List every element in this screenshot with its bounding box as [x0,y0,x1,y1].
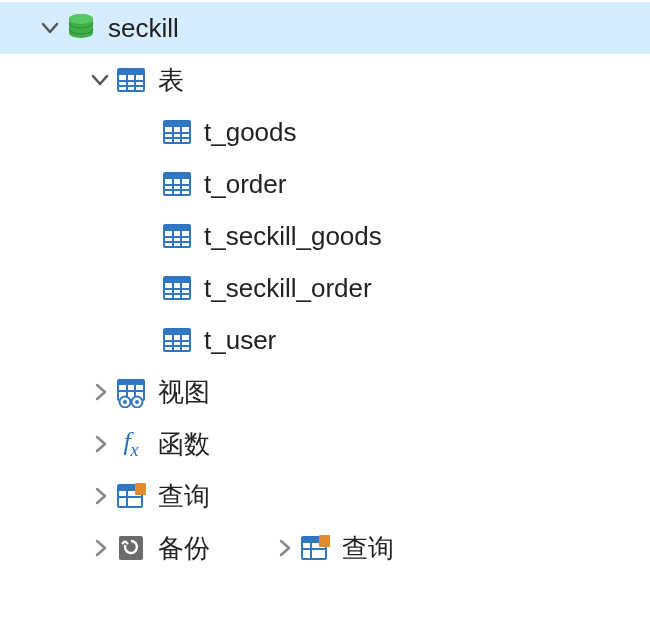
tree-node-table[interactable]: t_seckill_goods [0,210,650,262]
table-icon [160,219,194,253]
views-folder-label: 视图 [158,375,210,410]
query-icon [114,479,148,513]
table-name-label: t_seckill_order [204,273,372,304]
tree-node-table[interactable]: t_seckill_order [0,262,650,314]
chevron-down-icon[interactable] [86,69,114,91]
chevron-right-icon[interactable] [86,433,114,455]
tree-node-queries[interactable]: 查询 [0,470,650,522]
table-icon [160,271,194,305]
tree-node-tables[interactable]: 表 [0,54,650,106]
tree-node-table[interactable]: t_order [0,158,650,210]
view-icon [114,375,148,409]
chevron-right-icon[interactable] [86,381,114,403]
tables-folder-label: 表 [158,63,184,98]
tree-node-table[interactable]: t_goods [0,106,650,158]
table-name-label: t_order [204,169,286,200]
table-icon [160,323,194,357]
table-icon [114,63,148,97]
table-name-label: t_goods [204,117,297,148]
table-name-label: t_user [204,325,276,356]
chevron-down-icon[interactable] [36,17,64,39]
database-tree: seckill 表 t_goods t_order t_seckill_good… [0,0,650,574]
queries-folder-label: 查询 [158,479,210,514]
tree-node-table[interactable]: t_user [0,314,650,366]
table-icon [160,167,194,201]
tree-node-backups[interactable]: 备份 查询 [0,522,650,574]
query-icon [298,531,332,565]
chevron-right-icon[interactable] [270,537,298,559]
secondary-query-label: 查询 [342,531,394,566]
tree-node-database[interactable]: seckill [0,2,650,54]
backups-folder-label: 备份 [158,531,210,566]
secondary-query-node[interactable]: 查询 [270,531,394,566]
tree-node-functions[interactable]: fx 函数 [0,418,650,470]
tree-node-views[interactable]: 视图 [0,366,650,418]
database-icon [64,11,98,45]
backup-icon [114,531,148,565]
functions-folder-label: 函数 [158,427,210,462]
table-name-label: t_seckill_goods [204,221,382,252]
table-icon [160,115,194,149]
database-name-label: seckill [108,13,179,44]
function-icon: fx [114,427,148,461]
chevron-right-icon[interactable] [86,537,114,559]
chevron-right-icon[interactable] [86,485,114,507]
